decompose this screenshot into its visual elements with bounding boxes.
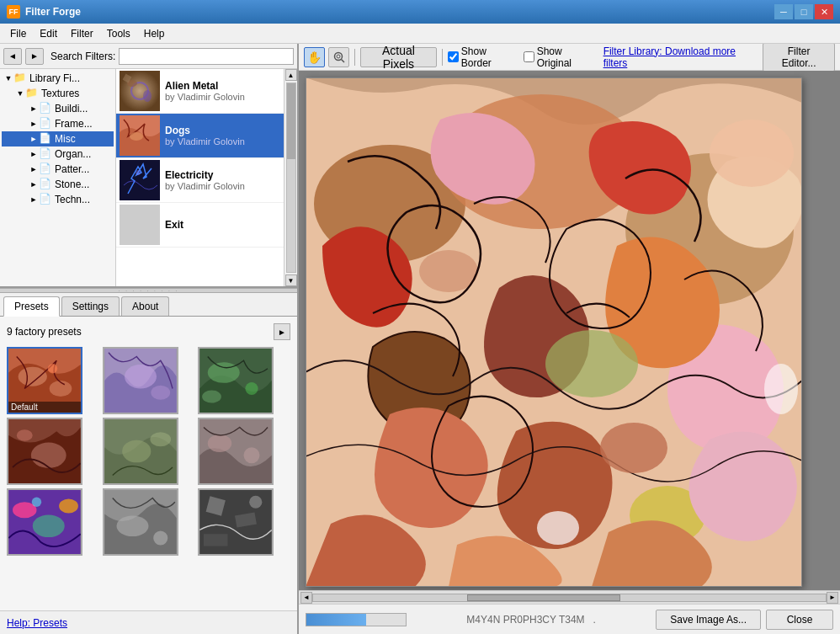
tab-presets[interactable]: Presets [3,296,60,317]
tree-item-organic[interactable]: ► 📄 Organ... [2,147,114,162]
minimize-button[interactable]: ─ [774,4,793,19]
scroll-left-button[interactable]: ◄ [300,592,312,604]
preset-item-2[interactable] [103,347,178,414]
show-original-check[interactable]: Show Original [524,45,597,69]
presets-nav-button[interactable]: ► [274,323,290,340]
close-button[interactable]: Close [766,610,833,630]
tree-item-patterns[interactable]: ► 📄 Patter... [2,162,114,177]
zoom-tool-button[interactable] [328,47,349,67]
preset-item-6[interactable] [198,418,274,485]
scroll-down-button[interactable]: ▼ [285,274,297,286]
menu-edit[interactable]: Edit [33,26,64,41]
preset-svg-5 [104,419,177,483]
search-input[interactable] [119,48,294,65]
scrollbar-thumb-h[interactable] [467,594,621,601]
hand-tool-button[interactable]: ✋ [304,47,325,67]
filter-library-link[interactable]: Filter Library: Download more filters [603,45,757,69]
preset-item-3[interactable] [198,347,274,414]
filter-list: Alien Metal by Vladimir Golovin [115,69,284,286]
filter-thumb-svg-dogs [120,115,160,156]
canvas-scrollbar: ◄ ► [299,590,840,604]
canvas-area[interactable] [299,71,840,590]
svg-point-6 [130,132,143,141]
show-border-label: Show Border [461,45,517,69]
preset-item-7[interactable] [7,488,82,556]
watermark-text: M4Y4N PR0PH3CY T34M . [407,614,656,626]
browser-toolbar: ◄ ► Search Filters: [0,44,297,69]
folder-icon-textures: 📁 [25,87,39,100]
folder-icon-stone: 📄 [39,178,52,191]
show-original-checkbox[interactable] [524,51,534,62]
tree-label-building: Buildi... [55,103,88,115]
svg-point-51 [710,120,794,187]
show-border-checkbox[interactable] [448,51,459,62]
tree-container: ▼ 📁 Library Fi... ▼ 📁 Textures ► 📄 Build… [0,69,115,286]
scroll-thumb[interactable] [287,83,295,159]
filter-item-alien-metal[interactable]: Alien Metal by Vladimir Golovin [116,69,284,114]
filter-info-electricity: Electricity by Vladimir Golovin [165,169,280,191]
forward-button[interactable]: ► [25,48,44,65]
svg-point-15 [151,386,170,400]
tree-item-building[interactable]: ► 📄 Buildi... [2,101,114,116]
app-title: Filter Forge [25,6,81,18]
menu-tools[interactable]: Tools [100,26,137,41]
preset-item-8[interactable] [103,488,178,556]
menu-help[interactable]: Help [137,26,172,41]
expand-icon-tech: ► [29,195,39,204]
preset-item-9[interactable] [198,488,274,556]
tree-item-library[interactable]: ▼ 📁 Library Fi... [2,71,114,86]
app-icon: FF [7,5,20,19]
tree-item-textures[interactable]: ▼ 📁 Textures [2,86,114,101]
filter-browser: ◄ ► Search Filters: ▼ 📁 Library Fi... ▼ [0,44,297,288]
filter-item-dogs[interactable]: Dogs by Vladimir Golovin [116,114,284,158]
filter-info-exit: Exit [165,219,280,231]
tabs-bar: Presets Settings About [0,293,297,317]
preset-svg-6 [199,419,272,483]
expand-icon-frames: ► [29,120,39,128]
filter-author-alien-metal: by Vladimir Golovin [165,92,280,102]
tree-item-frames[interactable]: ► 📄 Frame... [2,116,114,131]
scroll-right-button[interactable]: ► [827,592,838,604]
filter-thumb-svg-electricity [120,160,160,200]
filter-info-alien-metal: Alien Metal by Vladimir Golovin [165,80,280,102]
window-controls: ─ □ ✕ [774,4,833,19]
actual-pixels-button[interactable]: Actual Pixels [360,47,437,67]
help-link[interactable]: Help: Presets [7,617,67,629]
filter-item-exit[interactable]: Exit [116,203,284,248]
filter-editor-button[interactable]: Filter Editor... [763,44,835,72]
svg-point-22 [17,429,33,440]
close-window-button[interactable]: ✕ [815,4,833,19]
preset-item-4[interactable] [7,418,82,485]
filter-author-electricity: by Vladimir Golovin [165,181,280,191]
tree-item-tech[interactable]: ► 📄 Techn... [2,192,114,207]
back-button[interactable]: ◄ [3,48,22,65]
save-image-button[interactable]: Save Image As... [656,610,761,630]
show-border-check[interactable]: Show Border [448,45,517,69]
menu-file[interactable]: File [3,26,33,41]
folder-icon-library: 📁 [13,72,27,85]
filter-author-dogs: by Vladimir Golovin [165,136,280,147]
svg-point-55 [537,511,579,545]
svg-point-24 [122,440,151,463]
tree-label-library: Library Fi... [29,72,80,84]
menu-filter[interactable]: Filter [64,26,100,41]
tree-item-misc[interactable]: ► 📄 Misc [2,131,114,147]
image-toolbar: ✋ Actual Pixels Show Border Show Origina… [299,44,840,71]
expand-icon-misc: ► [29,135,39,143]
image-canvas [306,77,802,587]
filter-item-electricity[interactable]: Electricity by Vladimir Golovin [116,158,284,203]
tab-about[interactable]: About [121,296,169,316]
expand-icon-patterns: ► [29,165,39,173]
tree-label-organic: Organ... [55,148,91,160]
preset-item-5[interactable] [103,418,178,485]
folder-icon-misc: 📄 [39,132,52,146]
tree-item-stone[interactable]: ► 📄 Stone... [2,177,114,192]
preset-item-1[interactable]: Default [7,347,82,414]
svg-point-28 [244,447,260,463]
toolbar-separator-2 [442,49,443,66]
svg-point-43 [337,55,340,58]
maximize-button[interactable]: □ [795,4,813,19]
scroll-up-button[interactable]: ▲ [285,69,297,81]
tab-settings[interactable]: Settings [61,296,120,316]
expand-icon-textures: ▼ [15,89,25,98]
